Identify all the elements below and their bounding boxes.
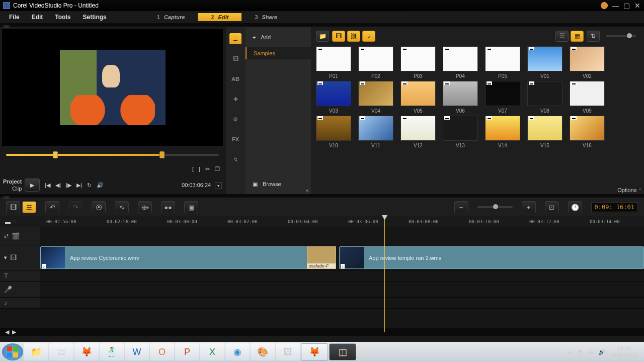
title-category-icon[interactable]: AB [229, 73, 242, 84]
play-button[interactable]: ▶ [25, 178, 40, 192]
ruler-view-icon[interactable]: ▬ [5, 219, 11, 225]
taskbar-word[interactable]: W [125, 343, 149, 360]
library-thumb[interactable]: V06 [443, 81, 478, 114]
add-folder-button[interactable]: +Add [246, 27, 311, 47]
taskbar-gimp[interactable]: 🦊 [301, 343, 328, 360]
library-thumb[interactable]: P03 [400, 46, 436, 79]
go-start-button[interactable]: |◀ [45, 182, 50, 189]
library-thumb[interactable]: V05 [400, 81, 436, 114]
overlay-track-icon[interactable]: 🎞 [10, 254, 17, 261]
playhead[interactable] [384, 216, 385, 332]
show-photo-button[interactable]: 🖼 [347, 31, 360, 42]
collapse-library-button[interactable]: « [306, 188, 309, 193]
library-thumb[interactable]: V08 [527, 81, 562, 114]
toggle-tracks-icon[interactable]: ⇄ [4, 233, 9, 239]
timeline-view-button[interactable]: ☰ [22, 201, 36, 213]
storyboard-view-button[interactable]: 🎞 [6, 201, 20, 213]
transition-clip[interactable]: ossfade-F [307, 246, 336, 269]
network-icon[interactable]: 🖧 [588, 349, 593, 355]
go-end-button[interactable]: ▶| [76, 182, 82, 189]
minimize-button[interactable]: — [612, 3, 619, 9]
corel-logo-icon[interactable] [601, 2, 608, 9]
mark-in-button[interactable]: [ [192, 166, 194, 172]
close-button[interactable]: ✕ [634, 3, 641, 9]
media-category-icon[interactable]: ☰ [229, 33, 242, 44]
redo-button[interactable]: ↷ [68, 201, 83, 213]
system-tray[interactable]: ▲ ⚑ 🖧 🔊 19:2504/06/2013 [563, 345, 642, 358]
auto-button[interactable]: ⟴ [138, 201, 152, 213]
expand-icon[interactable]: ▾ [4, 254, 7, 261]
menu-settings[interactable]: Settings [77, 12, 111, 23]
cut-button[interactable]: ✂ [205, 166, 210, 172]
start-button[interactable] [2, 343, 23, 360]
library-thumb[interactable]: V04 [358, 81, 393, 114]
library-thumb[interactable]: V12 [400, 116, 436, 148]
undo-button[interactable]: ↶ [45, 201, 59, 213]
menu-edit[interactable]: Edit [27, 12, 48, 23]
step-edit[interactable]: 2Edit [198, 13, 242, 21]
film-category-icon[interactable]: 🎞 [229, 53, 242, 64]
project-mode[interactable]: Project [3, 178, 22, 185]
track-title[interactable] [40, 270, 644, 282]
fit-button[interactable]: ⊡ [545, 201, 559, 213]
taskbar-firefox[interactable]: 🦊 [74, 343, 99, 360]
library-thumb[interactable]: V07 [485, 81, 520, 114]
options-toggle[interactable]: Options ⌃ [617, 187, 642, 193]
title-track-icon[interactable]: T [4, 272, 8, 280]
taskbar-itunes[interactable]: ◉ [225, 343, 250, 360]
taskbar-excel[interactable]: X [200, 343, 224, 360]
timeline-scroll[interactable]: ◀ ▶ [0, 328, 644, 336]
maximize-button[interactable]: ▢ [623, 3, 630, 9]
mark-in-handle[interactable] [53, 151, 58, 158]
flag-icon[interactable]: ⚑ [578, 349, 583, 355]
mark-out-handle[interactable] [159, 151, 165, 158]
menu-tools[interactable]: Tools [50, 12, 75, 23]
show-audio-button[interactable]: ♪ [362, 31, 375, 42]
browse-button[interactable]: ▣Browse [246, 174, 311, 194]
taskbar-media[interactable]: 🖼 [276, 343, 300, 360]
list-view-button[interactable]: ☰ [555, 31, 569, 42]
taskbar-libraries[interactable]: 🗂 [49, 343, 73, 360]
zoom-in-button[interactable]: + [522, 201, 536, 213]
scrubber[interactable] [0, 148, 225, 162]
volume-icon[interactable]: 🔊 [598, 349, 605, 355]
library-thumb[interactable]: P02 [358, 46, 393, 79]
record-button[interactable]: ⦿ [92, 201, 106, 213]
marker-button[interactable]: ▣ [184, 201, 198, 213]
path-category-icon[interactable]: ↯ [229, 154, 242, 165]
tray-expand-icon[interactable]: ▲ [567, 349, 573, 355]
clip-1[interactable]: App review Cycloramic.wmv [40, 246, 330, 269]
drag-handle[interactable] [0, 23, 644, 27]
track-button[interactable]: ●● [161, 201, 175, 213]
gear-category-icon[interactable]: ⚙ [229, 114, 242, 125]
library-thumb[interactable]: V09 [570, 81, 605, 114]
library-thumb[interactable]: V14 [485, 116, 520, 148]
scroll-left-icon[interactable]: ◀ [5, 329, 9, 335]
timeline-ruler[interactable]: ▬ ≡ 00:02:56:0000:02:58:0000:03:00:0000:… [0, 216, 644, 227]
music-track-icon[interactable]: ♪ [4, 299, 8, 307]
drag-handle-2[interactable] [0, 194, 644, 198]
library-thumb[interactable]: V01 [527, 46, 562, 79]
scroll-right-icon[interactable]: ▶ [12, 329, 16, 335]
track-video[interactable] [40, 227, 644, 245]
menu-file[interactable]: File [4, 12, 25, 23]
thumb-size-slider[interactable] [606, 35, 636, 37]
track-music[interactable] [40, 298, 644, 309]
next-frame-button[interactable]: |▶ [66, 182, 71, 189]
clip-mode[interactable]: Clip [3, 186, 22, 192]
track-voice[interactable] [40, 282, 644, 298]
zoom-slider[interactable] [477, 206, 513, 208]
show-video-button[interactable]: 🎞 [332, 31, 345, 42]
sort-button[interactable]: ⇅ [587, 31, 600, 42]
taskbar-paint[interactable]: 🎨 [251, 343, 275, 360]
grid-view-button[interactable]: ▦ [571, 31, 584, 42]
taskbar-videostudio[interactable]: ◫ [329, 343, 356, 360]
video-track-icon[interactable]: 🎬 [12, 232, 20, 240]
prev-frame-button[interactable]: ◀| [55, 182, 61, 189]
preview-timecode[interactable]: 00:03:06:24 ▾ [105, 181, 222, 190]
clock-icon[interactable]: 🕐 [568, 201, 582, 213]
graphic-category-icon[interactable]: ✚ [229, 94, 242, 105]
timecode-stepper-icon[interactable]: ▾ [215, 182, 222, 189]
step-capture[interactable]: 1Capture [144, 13, 198, 21]
taskbar-powerpoint[interactable]: P [175, 343, 199, 360]
